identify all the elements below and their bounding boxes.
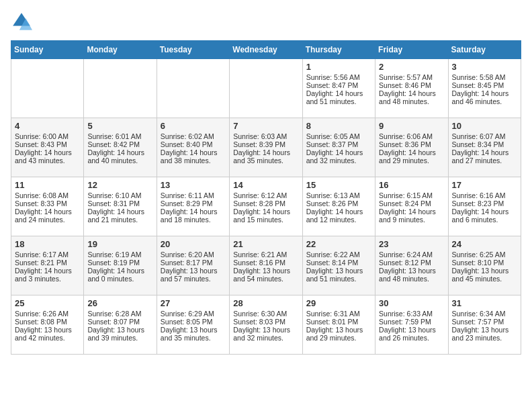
day-info: and 3 minutes. [15,275,80,283]
day-number: 27 [161,298,226,308]
calendar-cell: 23Sunrise: 6:24 AMSunset: 8:12 PMDayligh… [375,236,448,295]
day-info: and 9 minutes. [379,216,444,224]
day-info: Sunset: 8:46 PM [379,81,444,89]
day-info: and 38 minutes. [161,156,226,165]
day-info: Sunrise: 6:17 AM [15,250,80,259]
day-number: 3 [452,62,517,72]
calendar-cell [11,59,84,118]
calendar-cell: 6Sunrise: 6:02 AMSunset: 8:40 PMDaylight… [157,118,229,177]
day-info: Sunrise: 6:12 AM [233,191,298,199]
day-info: Daylight: 14 hours [87,208,152,216]
day-info: Sunset: 8:05 PM [161,318,226,326]
day-info: and 26 minutes. [379,334,444,342]
logo [11,11,35,32]
calendar-cell: 13Sunrise: 6:11 AMSunset: 8:29 PMDayligh… [157,177,229,236]
calendar-cell: 5Sunrise: 6:01 AMSunset: 8:42 PMDaylight… [84,118,157,177]
day-info: Sunrise: 6:30 AM [233,310,298,318]
day-info: Daylight: 13 hours [379,267,444,275]
day-info: and 15 minutes. [233,216,298,224]
day-info: Sunrise: 6:24 AM [379,250,444,259]
day-info: Sunset: 8:21 PM [15,259,80,267]
day-info: and 35 minutes. [161,334,226,342]
day-info: and 48 minutes. [379,97,444,105]
day-info: and 27 minutes. [452,156,517,165]
day-info: Sunrise: 5:56 AM [306,73,371,81]
day-number: 31 [452,298,517,308]
day-info: Daylight: 14 hours [161,208,226,216]
week-row-2: 4Sunrise: 6:00 AMSunset: 8:43 PMDaylight… [11,118,521,177]
day-info: and 57 minutes. [161,275,226,283]
day-header-saturday: Saturday [448,41,521,59]
calendar-cell: 19Sunrise: 6:19 AMSunset: 8:19 PMDayligh… [84,236,157,295]
day-info: Sunrise: 5:58 AM [452,73,517,81]
day-number: 24 [452,239,517,249]
day-number: 18 [15,239,80,249]
day-info: Sunset: 8:31 PM [87,199,152,208]
day-info: Sunrise: 6:13 AM [306,191,371,199]
day-number: 4 [15,121,80,131]
day-info: and 18 minutes. [161,216,226,224]
calendar-cell: 29Sunrise: 6:31 AMSunset: 8:01 PMDayligh… [302,295,375,355]
day-info: and 29 minutes. [306,334,371,342]
day-header-sunday: Sunday [11,41,84,59]
day-number: 26 [87,298,152,308]
day-info: Sunset: 8:16 PM [233,259,298,267]
day-info: Sunrise: 6:22 AM [306,250,371,259]
day-number: 23 [379,239,444,249]
day-info: and 12 minutes. [306,216,371,224]
day-info: Daylight: 14 hours [379,148,444,156]
day-number: 28 [233,298,298,308]
calendar-cell: 9Sunrise: 6:06 AMSunset: 8:36 PMDaylight… [375,118,448,177]
day-info: Sunrise: 6:16 AM [452,191,517,199]
day-info: Daylight: 14 hours [306,208,371,216]
day-info: Daylight: 14 hours [452,208,517,216]
calendar-cell: 26Sunrise: 6:28 AMSunset: 8:07 PMDayligh… [84,295,157,355]
calendar-cell [84,59,157,118]
calendar-cell: 12Sunrise: 6:10 AMSunset: 8:31 PMDayligh… [84,177,157,236]
day-number: 9 [379,121,444,131]
day-number: 10 [452,121,517,131]
calendar-cell: 8Sunrise: 6:05 AMSunset: 8:37 PMDaylight… [302,118,375,177]
day-info: Sunset: 8:12 PM [379,259,444,267]
week-row-5: 25Sunrise: 6:26 AMSunset: 8:08 PMDayligh… [11,295,521,355]
day-info: Sunrise: 6:21 AM [233,250,298,259]
header-row: SundayMondayTuesdayWednesdayThursdayFrid… [11,41,521,59]
day-info: and 40 minutes. [87,156,152,165]
day-info: Sunrise: 6:19 AM [87,250,152,259]
day-info: Daylight: 13 hours [161,267,226,275]
day-info: Sunrise: 6:06 AM [379,132,444,140]
day-number: 20 [161,239,226,249]
day-info: Daylight: 13 hours [161,326,226,334]
day-info: and 32 minutes. [306,156,371,165]
day-header-wednesday: Wednesday [230,41,302,59]
day-info: Daylight: 14 hours [306,148,371,156]
day-info: Sunset: 8:29 PM [161,199,226,208]
day-info: Daylight: 14 hours [379,208,444,216]
day-number: 21 [233,239,298,249]
day-number: 11 [15,180,80,190]
day-info: and 39 minutes. [87,334,152,342]
week-row-4: 18Sunrise: 6:17 AMSunset: 8:21 PMDayligh… [11,236,521,295]
day-info: Sunrise: 6:08 AM [15,191,80,199]
calendar-cell: 21Sunrise: 6:21 AMSunset: 8:16 PMDayligh… [230,236,302,295]
day-info: Daylight: 13 hours [15,326,80,334]
day-info: Sunset: 8:39 PM [233,140,298,148]
day-info: Sunrise: 6:03 AM [233,132,298,140]
day-info: and 46 minutes. [452,97,517,105]
day-info: Sunrise: 6:25 AM [452,250,517,259]
day-info: and 48 minutes. [379,275,444,283]
calendar-table: SundayMondayTuesdayWednesdayThursdayFrid… [11,40,521,355]
calendar-cell: 10Sunrise: 6:07 AMSunset: 8:34 PMDayligh… [448,118,521,177]
calendar-cell: 3Sunrise: 5:58 AMSunset: 8:45 PMDaylight… [448,59,521,118]
calendar-cell: 24Sunrise: 6:25 AMSunset: 8:10 PMDayligh… [448,236,521,295]
day-info: Sunset: 8:01 PM [306,318,371,326]
calendar-cell: 1Sunrise: 5:56 AMSunset: 8:47 PMDaylight… [302,59,375,118]
day-info: Daylight: 14 hours [379,89,444,97]
day-header-tuesday: Tuesday [157,41,229,59]
day-info: Sunrise: 6:20 AM [161,250,226,259]
calendar-cell: 22Sunrise: 6:22 AMSunset: 8:14 PMDayligh… [302,236,375,295]
day-info: Sunrise: 6:29 AM [161,310,226,318]
day-number: 17 [452,180,517,190]
day-number: 7 [233,121,298,131]
calendar-cell: 18Sunrise: 6:17 AMSunset: 8:21 PMDayligh… [11,236,84,295]
